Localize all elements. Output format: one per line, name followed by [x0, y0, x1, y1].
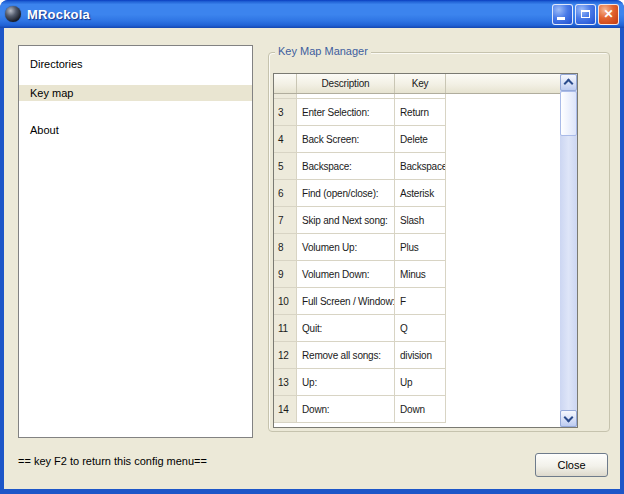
- app-icon: [5, 6, 21, 22]
- chevron-up-icon: [564, 79, 574, 89]
- key-cell: Slash: [395, 207, 446, 234]
- description-cell: Skip and Next song:: [297, 207, 395, 234]
- row-filler: [446, 342, 560, 369]
- table-header-row: Description Key: [274, 74, 560, 94]
- row-number-cell: 7: [274, 207, 297, 234]
- sidebar-panel: Directories Key map About: [18, 45, 253, 438]
- app-window: MRockola ✕ Directories Key map About: [0, 0, 624, 494]
- groupbox-title: Key Map Manager: [275, 45, 371, 57]
- key-cell: Down: [395, 396, 446, 423]
- filler-column-header: [446, 74, 560, 93]
- table-row-9[interactable]: 9 Volumen Down: Minus: [274, 261, 560, 288]
- row-number-cell: 12: [274, 342, 297, 369]
- sidebar-item-key-map[interactable]: Key map: [19, 85, 252, 101]
- row-number-cell: 6: [274, 180, 297, 207]
- row-number-cell: 14: [274, 396, 297, 423]
- description-cell: Full Screen / Window:: [297, 288, 395, 315]
- description-cell: Back Screen:: [297, 126, 395, 153]
- sidebar-item-label: About: [30, 124, 59, 136]
- key-cell: division: [395, 342, 446, 369]
- row-number-cell: 11: [274, 315, 297, 342]
- row-number-cell: 5: [274, 153, 297, 180]
- key-cell: F: [395, 288, 446, 315]
- table-row-11[interactable]: 11 Quit: Q: [274, 315, 560, 342]
- row-number-cell: 4: [274, 126, 297, 153]
- key-cell: Asterisk: [395, 180, 446, 207]
- sidebar-item-about[interactable]: About: [19, 122, 252, 138]
- row-number-cell: 13: [274, 369, 297, 396]
- minimize-button[interactable]: [552, 4, 573, 25]
- maximize-button[interactable]: [575, 4, 596, 25]
- key-column-header[interactable]: Key: [395, 74, 446, 93]
- description-cell: Volumen Up:: [297, 234, 395, 261]
- table-row-4[interactable]: 4 Back Screen: Delete: [274, 126, 560, 153]
- close-button[interactable]: Close: [535, 453, 608, 477]
- description-cell: Remove all songs:: [297, 342, 395, 369]
- chevron-down-icon: [564, 413, 574, 423]
- table-row-7[interactable]: 7 Skip and Next song: Slash: [274, 207, 560, 234]
- window-controls: ✕: [552, 4, 619, 25]
- description-cell: Down:: [297, 396, 395, 423]
- table-row-12[interactable]: 12 Remove all songs: division: [274, 342, 560, 369]
- maximize-icon: [581, 10, 590, 18]
- sidebar-item-label: Directories: [30, 58, 83, 70]
- row-filler: [446, 99, 560, 126]
- status-hint-text: == key F2 to return this config menu==: [18, 455, 207, 467]
- key-cell: Up: [395, 369, 446, 396]
- key-cell: Delete: [395, 126, 446, 153]
- description-cell: Enter Selection:: [297, 99, 395, 126]
- row-filler: [446, 261, 560, 288]
- description-cell: Backspace:: [297, 153, 395, 180]
- key-cell: Minus: [395, 261, 446, 288]
- window-title: MRockola: [27, 7, 90, 22]
- table-body: 3 Enter Selection: Return 4 Back Screen:…: [274, 94, 560, 427]
- row-filler: [446, 126, 560, 153]
- description-column-header[interactable]: Description: [297, 74, 395, 93]
- close-window-button[interactable]: ✕: [598, 4, 619, 25]
- keymap-manager-groupbox: Key Map Manager Description Key: [268, 52, 610, 432]
- row-filler: [446, 288, 560, 315]
- table-row-10[interactable]: 10 Full Screen / Window: F: [274, 288, 560, 315]
- row-filler: [446, 180, 560, 207]
- table-row-3[interactable]: 3 Enter Selection: Return: [274, 99, 560, 126]
- row-filler: [446, 396, 560, 423]
- row-filler: [446, 315, 560, 342]
- scrollbar-thumb[interactable]: [560, 91, 577, 136]
- row-number-header[interactable]: [274, 74, 297, 93]
- table-vertical-scrollbar[interactable]: [560, 74, 577, 427]
- scroll-down-button[interactable]: [560, 410, 577, 427]
- close-icon: ✕: [603, 8, 613, 20]
- table-row-14[interactable]: 14 Down: Down: [274, 396, 560, 423]
- key-cell: Backspace: [395, 153, 446, 180]
- description-cell: Up:: [297, 369, 395, 396]
- description-cell: Volumen Down:: [297, 261, 395, 288]
- sidebar-item-label: Key map: [30, 87, 73, 99]
- description-cell: Find (open/close):: [297, 180, 395, 207]
- key-cell: Q: [395, 315, 446, 342]
- minimize-icon: [557, 17, 565, 20]
- client-area: Directories Key map About Key Map Manage…: [4, 28, 620, 489]
- row-filler: [446, 369, 560, 396]
- table-row-6[interactable]: 6 Find (open/close): Asterisk: [274, 180, 560, 207]
- row-number-cell: 3: [274, 99, 297, 126]
- table-row-8[interactable]: 8 Volumen Up: Plus: [274, 234, 560, 261]
- row-number-cell: 10: [274, 288, 297, 315]
- titlebar[interactable]: MRockola ✕: [0, 0, 624, 28]
- key-cell: Return: [395, 99, 446, 126]
- row-filler: [446, 153, 560, 180]
- scroll-up-button[interactable]: [560, 74, 577, 91]
- row-filler: [446, 234, 560, 261]
- row-number-cell: 9: [274, 261, 297, 288]
- sidebar-item-directories[interactable]: Directories: [19, 56, 252, 72]
- keymap-table: Description Key 3 Enter S: [273, 73, 578, 428]
- table-row-5[interactable]: 5 Backspace: Backspace: [274, 153, 560, 180]
- row-number-cell: 8: [274, 234, 297, 261]
- description-cell: Quit:: [297, 315, 395, 342]
- row-filler: [446, 207, 560, 234]
- table-row-13[interactable]: 13 Up: Up: [274, 369, 560, 396]
- key-cell: Plus: [395, 234, 446, 261]
